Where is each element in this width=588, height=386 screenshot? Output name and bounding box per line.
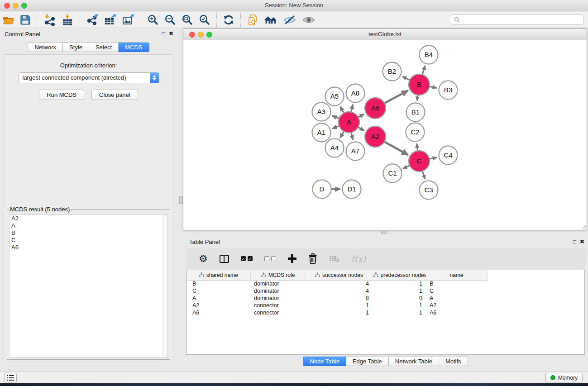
graph-node-B1[interactable]: B1 — [406, 103, 425, 122]
tab-select[interactable]: Select — [89, 43, 119, 52]
column-header-successor-nodes[interactable]: successor nodes — [306, 270, 373, 280]
graph-node-B4[interactable]: B4 — [420, 46, 438, 64]
graph-node-A2[interactable]: A2 — [365, 126, 386, 147]
graph-node-B2[interactable]: B2 — [383, 62, 402, 81]
save-session-icon[interactable] — [17, 13, 33, 27]
import-table-icon[interactable] — [58, 13, 76, 27]
graph-node-C4[interactable]: C4 — [439, 146, 458, 165]
zoom-out-icon[interactable] — [162, 13, 179, 27]
graph-node-A3[interactable]: A3 — [312, 103, 331, 121]
window-resize-grip[interactable] — [580, 223, 586, 229]
refresh-icon[interactable] — [220, 13, 237, 27]
deselect-all-rows-icon[interactable] — [258, 256, 282, 261]
table-row[interactable]: A2connector11A2 — [187, 302, 584, 309]
table-panel-title: Table Panel — [189, 238, 220, 245]
tab-style[interactable]: Style — [63, 43, 89, 52]
network-zoom-button[interactable] — [206, 32, 212, 38]
float-panel-icon[interactable]: □ — [162, 30, 165, 37]
network-minimize-button[interactable] — [198, 32, 204, 38]
vertical-split-grip[interactable] — [179, 196, 183, 204]
graph-edge-B-B4[interactable] — [422, 66, 425, 76]
delete-column-icon[interactable] — [302, 253, 323, 264]
memory-button[interactable]: Memory — [545, 373, 583, 382]
graph-edge-A6-B[interactable] — [384, 91, 408, 104]
tab-network[interactable]: Network — [28, 43, 63, 52]
table-row[interactable]: A6connector11A6 — [187, 309, 584, 316]
close-panel-icon[interactable]: ✖ — [169, 30, 173, 37]
window-title: Session: New Session — [0, 0, 588, 11]
zoom-in-icon[interactable] — [144, 13, 162, 27]
delete-table-icon[interactable] — [323, 255, 345, 262]
tab-motifs[interactable]: Motifs — [439, 357, 468, 366]
graph-node-A1[interactable]: A1 — [312, 124, 331, 142]
search-input[interactable] — [451, 14, 583, 25]
tab-edge-table[interactable]: Edge Table — [346, 357, 389, 366]
mcds-result-item[interactable]: A2 — [10, 215, 167, 222]
table-settings-icon[interactable]: ⚙ — [193, 254, 214, 264]
column-header-predecessor-nodes[interactable]: predecessor nodes — [373, 270, 426, 280]
function-builder-icon[interactable]: f(x) — [345, 254, 372, 264]
run-mcds-button[interactable]: Run MCDS — [39, 90, 84, 100]
column-header-mcds-role[interactable]: MCDS role — [250, 270, 306, 280]
column-header-name[interactable]: name — [426, 270, 487, 280]
optimization-criterion-select[interactable]: largest connected component (directed) — [19, 72, 159, 83]
graph-node-D1[interactable]: D1 — [343, 180, 361, 199]
graph-node-A5[interactable]: A5 — [325, 87, 344, 106]
export-image-icon[interactable] — [120, 13, 138, 27]
graph-node-A8[interactable]: A8 — [346, 84, 365, 103]
graph-node-B3[interactable]: B3 — [439, 81, 458, 100]
float-table-panel-icon[interactable]: □ — [573, 238, 576, 245]
node-table-scroll[interactable]: shared name MCDS role successor nodes pr… — [186, 270, 585, 355]
table-row[interactable]: Cdominator41C — [187, 287, 584, 295]
close-window-button[interactable] — [4, 3, 10, 9]
graph-node-C2[interactable]: C2 — [406, 123, 425, 142]
table-cell-filler — [487, 309, 584, 316]
task-history-button[interactable] — [5, 373, 17, 382]
open-session-icon[interactable] — [0, 13, 17, 27]
select-all-rows-icon[interactable]: ✓✓ — [235, 256, 258, 261]
graph-node-C1[interactable]: C1 — [383, 164, 402, 183]
close-panel-button[interactable]: Close panel — [91, 90, 138, 100]
show-columns-icon[interactable] — [214, 255, 235, 263]
tab-network-table[interactable]: Network Table — [389, 357, 439, 366]
add-column-icon[interactable] — [282, 254, 302, 263]
graph-node-A7[interactable]: A7 — [346, 142, 365, 161]
new-network-from-selection-icon[interactable] — [244, 13, 261, 27]
zoom-fit-icon[interactable] — [179, 13, 196, 27]
network-close-button[interactable] — [189, 32, 195, 38]
horizontal-split-grip[interactable] — [381, 231, 387, 234]
import-network-icon[interactable] — [40, 13, 58, 27]
graph-node-D[interactable]: D — [313, 180, 331, 199]
mcds-result-item[interactable]: C — [10, 237, 167, 244]
network-canvas[interactable]: B4B2BB3B1A5A8A6A3AA1C2A2A4A7CC4C1C3DD1 — [183, 40, 587, 230]
network-window-titlebar[interactable]: testGlobe.txt — [183, 29, 587, 40]
tab-node-table[interactable]: Node Table — [303, 357, 346, 366]
graph-node-A6[interactable]: A6 — [365, 98, 386, 119]
tab-mcds[interactable]: MCDS — [119, 43, 149, 52]
graph-node-label: D1 — [347, 185, 356, 193]
graph-edge-A2-C[interactable] — [383, 141, 408, 155]
result-list-scrollbar[interactable] — [163, 215, 167, 357]
zoom-selected-icon[interactable] — [196, 13, 213, 27]
close-table-panel-icon[interactable]: ✖ — [580, 238, 584, 245]
graph-node-C[interactable]: C — [409, 151, 430, 172]
table-row[interactable]: Adominator80A — [187, 295, 584, 302]
graph-node-C3[interactable]: C3 — [420, 181, 438, 200]
graph-node-A[interactable]: A — [339, 112, 359, 133]
mcds-result-item[interactable]: B — [10, 229, 167, 237]
table-cell: C — [187, 287, 250, 295]
first-neighbors-icon[interactable] — [261, 13, 280, 27]
mcds-result-item[interactable]: A6 — [10, 244, 167, 251]
hide-selected-icon[interactable] — [280, 13, 299, 27]
export-network-icon[interactable] — [83, 13, 101, 27]
zoom-window-button[interactable] — [21, 3, 27, 9]
graph-node-A4[interactable]: A4 — [325, 139, 344, 157]
graph-node-B[interactable]: B — [409, 74, 430, 95]
show-all-icon[interactable] — [299, 13, 318, 27]
column-header-shared-name[interactable]: shared name — [187, 270, 250, 280]
export-table-icon[interactable] — [101, 13, 120, 27]
table-row[interactable]: Bdominator41B — [187, 280, 584, 287]
mcds-result-item[interactable]: A — [10, 222, 167, 229]
minimize-window-button[interactable] — [13, 3, 19, 9]
table-cell: A — [426, 295, 487, 302]
